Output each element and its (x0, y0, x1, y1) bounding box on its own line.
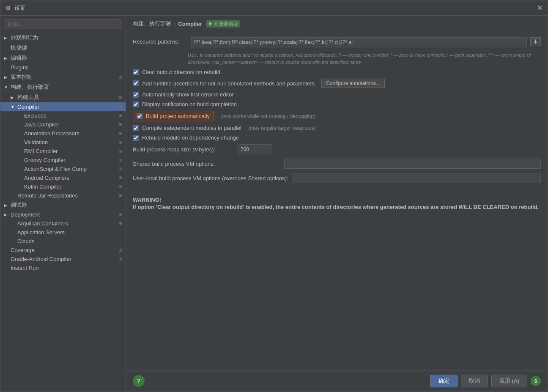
sidebar-item-label: Validation (24, 139, 48, 145)
sidebar-item-label: Compiler (17, 104, 39, 110)
window-icon: ⚙ (5, 5, 11, 11)
shared-vm-row: Shared build process VM options: (133, 159, 541, 169)
add-runtime-label[interactable]: Add runtime assertions for not-null-anno… (142, 80, 315, 87)
sidebar-item-build-tools[interactable]: ▶ 构建工具 ⊕ (0, 92, 126, 102)
sidebar-item-label: Application Servers (17, 229, 65, 236)
shared-vm-input[interactable] (284, 159, 541, 169)
badge-icon: ⊕ (118, 247, 122, 253)
arrow-icon: ▶ (4, 203, 9, 208)
sidebar-item-label: Plugins (11, 64, 29, 71)
sidebar-item-java-compiler[interactable]: Java Compiler ⊕ (0, 120, 126, 129)
sidebar-item-coverage[interactable]: Coverage ⊕ (0, 246, 126, 255)
user-local-vm-input[interactable] (292, 173, 541, 183)
title-bar: ⚙ 设置 ✕ (0, 0, 548, 16)
sidebar-item-actionscript[interactable]: ActionScript & Flex Comp ⊕ (0, 164, 126, 173)
sidebar-item-clouds[interactable]: Clouds (0, 237, 126, 246)
compile-parallel-row: Compile independent modules in parallel (133, 125, 241, 131)
sidebar-item-debugger[interactable]: ▶ 调试器 (0, 200, 126, 210)
sidebar-item-plugins[interactable]: Plugins (0, 63, 126, 72)
ok-button[interactable]: 确定 (430, 375, 458, 387)
sidebar-item-appearance[interactable]: ▶ 外观和行为 (0, 33, 126, 43)
sidebar-item-arquillian[interactable]: Arquillian Containers ⊕ (0, 219, 126, 228)
build-automatically-checkbox[interactable] (137, 113, 142, 119)
compile-parallel-label[interactable]: Compile independent modules in parallel (142, 125, 241, 131)
display-notification-checkbox[interactable] (133, 101, 139, 107)
heap-size-row: Build process heap size (Mbytes): (133, 144, 541, 154)
sidebar-item-label: 构建、执行部署 (11, 83, 49, 91)
auto-show-error-label[interactable]: Automatically show first error in editor (142, 91, 234, 98)
apply-button[interactable]: 应用 (A) (491, 375, 527, 387)
sidebar-item-kotlin-compiler[interactable]: Kotlin Compiler ⊕ (0, 182, 126, 191)
arrow-icon: ▼ (11, 104, 16, 109)
sidebar-item-deployment[interactable]: ▶ Deployment ⊕ (0, 210, 126, 219)
warning-text-strong: If option 'Clear output directory on reb… (133, 204, 539, 210)
compile-parallel-checkbox[interactable] (133, 125, 139, 131)
breadcrumb-tag: ▶ 对当前项目 (206, 20, 240, 27)
sidebar-item-label: Java Compiler (24, 121, 59, 128)
clear-output-checkbox[interactable] (133, 69, 139, 75)
sidebar-item-app-servers[interactable]: Application Servers (0, 228, 126, 237)
settings-content: Resource patterns: ⬇ Use ; to separate p… (126, 32, 548, 370)
sidebar-item-instant-run[interactable]: Instant Run (0, 263, 126, 272)
badge-icon: ⊕ (118, 193, 122, 198)
badge-icon: ⊕ (118, 95, 122, 100)
help-button[interactable]: ? (133, 375, 145, 387)
arrow-icon: ▶ (11, 95, 16, 100)
add-runtime-checkbox[interactable] (133, 80, 139, 86)
user-local-vm-row: User-local build process VM options (ove… (133, 173, 541, 183)
close-button[interactable]: ✕ (537, 4, 543, 12)
warning-box: WARNING! If option 'Clear output directo… (133, 192, 541, 212)
compile-parallel-note: (may require larger heap size) (248, 125, 316, 131)
user-local-vm-label: User-local build process VM options (ove… (133, 175, 288, 181)
bottom-left: ? (133, 375, 145, 387)
rebuild-dependency-row: Rebuild module on dependency change (133, 134, 541, 141)
rebuild-dependency-checkbox[interactable] (133, 135, 139, 141)
badge-icon: ⊕ (118, 140, 122, 145)
sidebar-item-label: Android Compilers (24, 175, 69, 181)
sidebar-item-label: RMI Compiler (24, 148, 58, 154)
sidebar-item-label: Groovy Compiler (24, 157, 66, 163)
sidebar-item-label: 外观和行为 (11, 34, 38, 41)
configure-annotations-button[interactable]: Configure annotations... (321, 79, 384, 88)
sidebar-item-editor[interactable]: ▶ 编辑器 (0, 53, 126, 63)
rebuild-dependency-label[interactable]: Rebuild module on dependency change (142, 134, 239, 141)
sidebar-item-label: Clouds (17, 238, 34, 244)
warning-text: If option 'Clear output directory on reb… (133, 203, 541, 212)
display-notification-label[interactable]: Display notification on build completion (142, 101, 237, 107)
search-input[interactable] (4, 19, 122, 29)
right-panel: 构建、执行部署 › Compiler ▶ 对当前项目 Resource patt… (126, 16, 548, 392)
arrow-icon: ▶ (4, 75, 9, 79)
auto-show-error-checkbox[interactable] (133, 92, 139, 98)
settings-window: ⚙ 设置 ✕ ▶ 外观和行为 快捷键 ▶ (0, 0, 548, 392)
sidebar-item-label: 编辑器 (11, 54, 27, 62)
sidebar-item-gradle-android[interactable]: Gradle-Android Compiler ⊕ (0, 255, 126, 263)
sidebar-item-label: 调试器 (11, 201, 27, 209)
sidebar-item-android-compilers[interactable]: Android Compilers ⊕ (0, 173, 126, 182)
sidebar-item-build[interactable]: ▼ 构建、执行部署 (0, 82, 126, 92)
sidebar-item-remote-jar[interactable]: Remote Jar Repositories ⊕ (0, 191, 126, 200)
sidebar-item-rmi-compiler[interactable]: RMI Compiler ⊕ (0, 147, 126, 156)
sidebar-item-label: 版本控制 (11, 73, 33, 81)
sidebar-item-excludes[interactable]: Excludes ⊕ (0, 111, 126, 120)
sidebar-item-label: ActionScript & Flex Comp (24, 166, 87, 172)
heap-size-input[interactable] (238, 144, 271, 154)
build-automatically-row: Build project automatically (133, 111, 214, 121)
sidebar-item-annotation-processors[interactable]: Annotation Processors ⊕ (0, 129, 126, 138)
resource-patterns-button[interactable]: ⬇ (530, 37, 541, 46)
sidebar-item-validation[interactable]: Validation ⊕ (0, 138, 126, 147)
build-automatically-label[interactable]: Build project automatically (146, 113, 210, 119)
display-notification-row: Display notification on build completion (133, 101, 541, 107)
cancel-button[interactable]: 取消 (461, 375, 488, 387)
sidebar-item-compiler[interactable]: ▼ Compiler ⊕ (0, 102, 126, 111)
clear-output-label[interactable]: Clear output directory on rebuild (142, 69, 220, 75)
arrow-icon: ▶ (4, 36, 9, 40)
sidebar-item-vcs[interactable]: ▶ 版本控制 ⊕ (0, 72, 126, 82)
sidebar-item-shortcuts[interactable]: 快捷键 (0, 43, 126, 53)
badge-icon: ⊕ (118, 148, 122, 154)
badge-icon: ⊕ (118, 157, 122, 163)
sidebar-item-label: Annotation Processors (24, 130, 79, 137)
bottom-bar: ? 确定 取消 应用 (A) 6 (126, 370, 548, 392)
resource-patterns-input[interactable] (191, 37, 527, 47)
badge-icon: ⊕ (118, 175, 122, 181)
sidebar-item-groovy-compiler[interactable]: Groovy Compiler ⊕ (0, 156, 126, 164)
